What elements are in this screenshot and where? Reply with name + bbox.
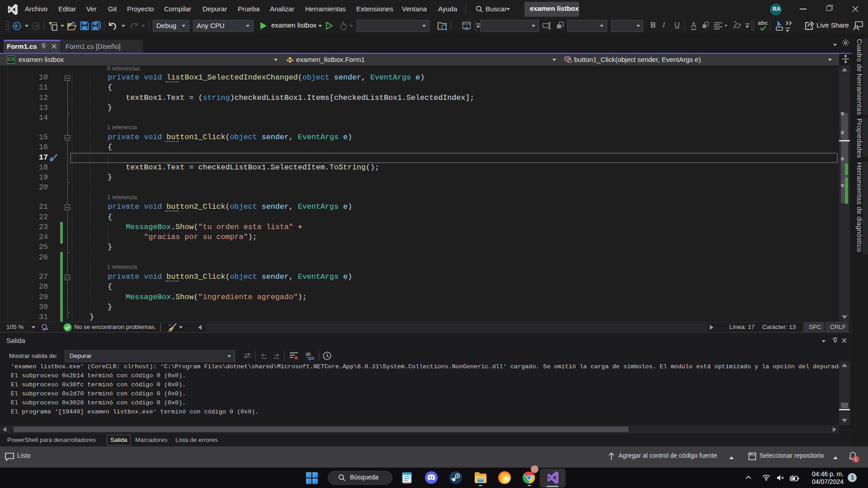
svg-text:ab: ab <box>306 352 311 357</box>
